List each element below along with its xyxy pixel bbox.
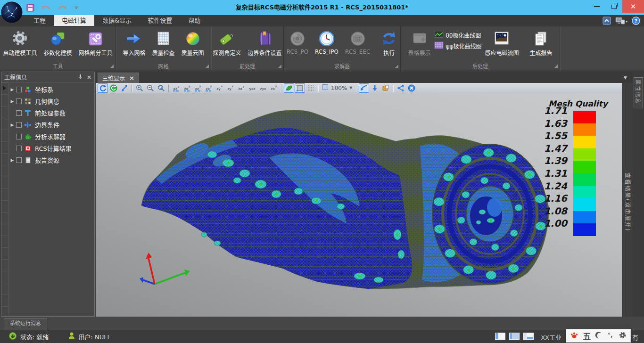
tree-item-checkbox[interactable] bbox=[16, 122, 22, 128]
dialog-launcher-icon[interactable] bbox=[206, 65, 209, 68]
dialog-launcher-icon[interactable] bbox=[278, 65, 281, 68]
tree-item-checkbox[interactable] bbox=[16, 157, 22, 163]
fit-view-icon[interactable] bbox=[359, 83, 369, 93]
system-messages-tab[interactable]: 系统运行消息 bbox=[4, 318, 47, 329]
view-icon[interactable]: zxy bbox=[269, 83, 279, 93]
tree-item-checkbox[interactable] bbox=[16, 98, 22, 104]
help-icon[interactable]: ? bbox=[632, 16, 640, 26]
ribbon-button[interactable]: 感应电磁流图 bbox=[481, 28, 522, 58]
tab-close-icon[interactable]: × bbox=[129, 75, 134, 81]
shaded-leaf-icon[interactable] bbox=[284, 83, 294, 93]
view-icon[interactable]: yxz bbox=[247, 83, 257, 93]
zoom-level-icon bbox=[322, 84, 329, 92]
tree-item-label: 分析求解器 bbox=[35, 132, 66, 141]
spin-icon[interactable] bbox=[108, 83, 119, 93]
ribbon-button[interactable]: 导入网格 bbox=[119, 28, 149, 58]
view-icon[interactable]: xzy bbox=[193, 83, 203, 93]
punct-icon[interactable]: °, bbox=[607, 331, 614, 340]
zoom-level-control[interactable]: 100%▼ bbox=[320, 84, 354, 92]
surface-icon[interactable] bbox=[295, 83, 305, 93]
tree-item[interactable]: RCS计算结果 bbox=[8, 142, 94, 154]
view-icon[interactable]: zxy bbox=[182, 83, 192, 93]
menu-tab-5[interactable]: 帮助 bbox=[180, 15, 208, 26]
close-button[interactable]: ✕ bbox=[622, 0, 644, 13]
resize-arrow-icon[interactable] bbox=[119, 83, 130, 93]
tree-item-checkbox[interactable] bbox=[16, 134, 22, 139]
tree-item-checkbox[interactable] bbox=[16, 87, 22, 92]
cancel-icon[interactable] bbox=[406, 83, 417, 93]
minimize-button[interactable] bbox=[588, 0, 605, 13]
ribbon-button-small[interactable]: ψψ极化曲线图 bbox=[434, 41, 482, 50]
ribbon-button[interactable]: RCS_EEC bbox=[342, 28, 373, 57]
ribbon-button[interactable]: 参数化建模 bbox=[41, 28, 75, 58]
zoom-in-icon[interactable] bbox=[134, 83, 145, 93]
tree-item[interactable]: 分析求解器 bbox=[8, 131, 94, 142]
tree-item[interactable]: ▶坐标系 bbox=[8, 83, 94, 95]
expand-arrow-icon[interactable]: ▶ bbox=[8, 87, 16, 92]
ribbon-button-small[interactable]: θθ极化曲线图 bbox=[434, 31, 482, 40]
ribbon-button[interactable]: RCS_IPO bbox=[312, 28, 342, 57]
moon-icon[interactable] bbox=[595, 331, 603, 340]
zoom-window-icon[interactable] bbox=[156, 83, 166, 93]
ribbon-button[interactable]: 表格展示 bbox=[405, 28, 434, 58]
gear-small-icon[interactable] bbox=[619, 331, 627, 341]
view-icon[interactable]: zyx bbox=[258, 83, 268, 93]
ribbon-button[interactable]: 启动建模工具 bbox=[0, 28, 41, 58]
display-icon[interactable] bbox=[615, 16, 627, 26]
quality-cloud-icon bbox=[184, 29, 201, 48]
tree-item[interactable]: ▶边界条件 bbox=[8, 119, 94, 131]
view-icon[interactable]: zxy bbox=[236, 83, 247, 93]
arrow-down-icon[interactable] bbox=[370, 83, 380, 93]
user-text: 用户: NULL bbox=[79, 332, 111, 341]
ribbon-button[interactable]: 质量检查 bbox=[149, 28, 178, 58]
dialog-launcher-icon[interactable] bbox=[395, 65, 398, 68]
tree-item-checkbox[interactable] bbox=[16, 110, 22, 116]
menu-tab-2[interactable]: 电磁计算 bbox=[54, 15, 94, 26]
menu-tab-4[interactable]: 软件设置 bbox=[140, 15, 180, 26]
ribbon-button[interactable]: 网格剖分工具 bbox=[75, 28, 116, 58]
layout-icon-1[interactable] bbox=[495, 332, 506, 342]
tree-item[interactable]: ▶报告资源 bbox=[8, 154, 94, 166]
ribbon-button[interactable]: 质量云图 bbox=[178, 28, 207, 58]
view-icon[interactable]: zyx bbox=[215, 83, 225, 93]
viewport-canvas[interactable]: Mesh Quality 1.711.631.551.471.391.311.2… bbox=[96, 93, 622, 317]
expand-arrow-icon[interactable]: ▶ bbox=[8, 122, 16, 127]
ime-wubi-label[interactable]: 五 bbox=[583, 330, 591, 342]
dialog-launcher-icon[interactable] bbox=[554, 65, 558, 68]
expand-arrow-icon[interactable]: ▶ bbox=[8, 158, 16, 163]
view-icon[interactable]: zyx bbox=[225, 83, 236, 93]
pin-icon[interactable] bbox=[78, 74, 83, 81]
menu-tab-1[interactable]: 工程 bbox=[25, 15, 54, 26]
ime-toolbar[interactable]: 五°, bbox=[566, 329, 631, 343]
layout-icon-2[interactable] bbox=[509, 332, 520, 342]
dialog-launcher-icon[interactable] bbox=[110, 65, 114, 68]
tree-item-checkbox[interactable] bbox=[16, 146, 22, 151]
ribbon-button[interactable]: RCS_PO bbox=[283, 28, 312, 57]
layout-icon-3[interactable] bbox=[523, 332, 534, 342]
copy-view-icon[interactable] bbox=[380, 83, 391, 93]
tab-list-dropdown-icon[interactable]: ▼ bbox=[624, 75, 627, 80]
ribbon-button[interactable]: 探测角定义 bbox=[209, 28, 244, 58]
ribbon-button[interactable]: 边界条件设置 bbox=[245, 28, 285, 58]
chevron-down-icon[interactable]: ▼ bbox=[349, 86, 352, 90]
view-icon[interactable]: xzy bbox=[171, 83, 182, 93]
expand-arrow-icon[interactable]: ▶ bbox=[8, 99, 16, 104]
tree-item[interactable]: 前处理参数 bbox=[8, 107, 94, 119]
ribbon-button[interactable]: 执行 bbox=[377, 28, 401, 58]
window-controls: ✕ bbox=[588, 0, 644, 13]
share-icon[interactable] bbox=[396, 83, 406, 93]
paw-icon[interactable] bbox=[570, 331, 578, 340]
properties-collapsed-tab[interactable]: 属性信息 bbox=[634, 77, 643, 108]
results-collapsed-panel[interactable]: 查看结果(双击展开) bbox=[622, 83, 633, 317]
rotate-icon[interactable] bbox=[98, 83, 108, 93]
close-panel-icon[interactable]: × bbox=[87, 74, 91, 80]
tab-3d-display[interactable]: 三维显示 × bbox=[98, 73, 139, 83]
view-icon[interactable]: zxy bbox=[204, 83, 214, 93]
menu-tab-3[interactable]: 数据&显示 bbox=[94, 15, 140, 26]
ribbon-button[interactable]: 生成报告 bbox=[526, 28, 555, 58]
points-grid-icon[interactable] bbox=[305, 83, 316, 93]
collapse-ribbon-icon[interactable] bbox=[603, 16, 611, 26]
tree-item[interactable]: ▶几何信息 bbox=[8, 95, 94, 107]
restore-button[interactable] bbox=[605, 0, 622, 13]
zoom-out-icon[interactable] bbox=[145, 83, 156, 93]
